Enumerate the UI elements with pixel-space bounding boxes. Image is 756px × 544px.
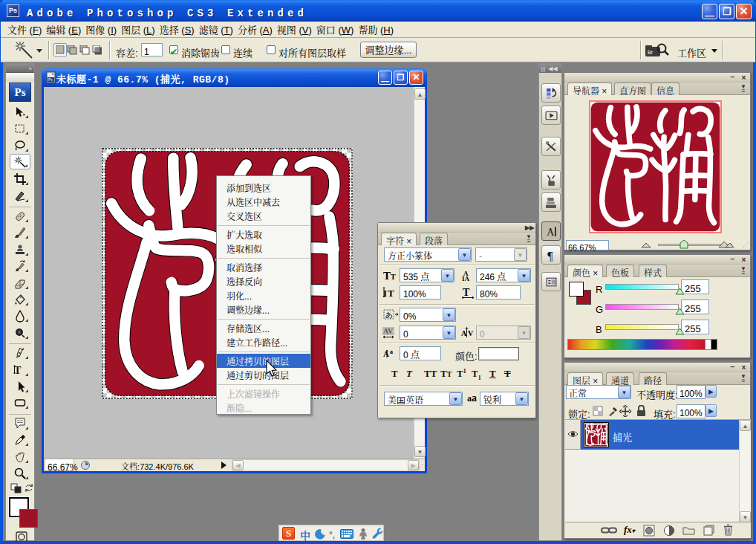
svg-text:Br: Br [648, 50, 654, 55]
svg-text:V: V [468, 329, 474, 337]
svg-text:A: A [547, 227, 554, 238]
svg-text:A: A [461, 329, 467, 337]
svg-text:Ps: Ps [48, 77, 53, 82]
svg-text:あ: あ [385, 311, 393, 319]
svg-text:T: T [14, 365, 22, 376]
svg-text:a: a [390, 349, 393, 355]
svg-text:¶: ¶ [547, 250, 553, 262]
svg-text:T: T [391, 273, 396, 281]
svg-text:T: T [388, 288, 394, 299]
svg-text:T: T [463, 287, 470, 298]
svg-text:IA: IA [462, 275, 470, 282]
svg-text:T: T [383, 270, 391, 282]
